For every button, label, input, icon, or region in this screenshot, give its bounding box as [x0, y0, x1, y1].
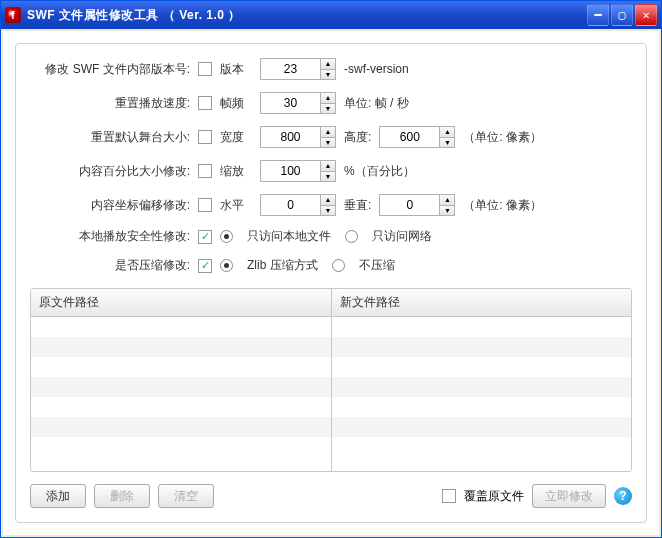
input-version[interactable]	[260, 58, 320, 80]
footer: 添加 删除 清空 覆盖原文件 立即修改 ?	[30, 484, 632, 508]
table-row	[332, 357, 632, 377]
table-row	[332, 397, 632, 417]
field-label-framerate: 帧频	[220, 95, 252, 112]
table-row	[332, 377, 632, 397]
window-buttons: ━ ▢ ✕	[587, 4, 657, 26]
label-security: 本地播放安全性修改:	[30, 228, 190, 245]
apply-button[interactable]: 立即修改	[532, 484, 606, 508]
clear-button[interactable]: 清空	[158, 484, 214, 508]
table-row	[31, 377, 331, 397]
input-height[interactable]	[379, 126, 439, 148]
spin-up-icon[interactable]: ▲	[321, 161, 335, 172]
suffix-scale: %（百分比）	[344, 163, 415, 180]
spin-up-icon[interactable]: ▲	[440, 195, 454, 206]
radio-local[interactable]	[220, 230, 233, 243]
maximize-button[interactable]: ▢	[611, 4, 633, 26]
grid-header-source[interactable]: 原文件路径	[31, 289, 331, 317]
radio-label-none: 不压缩	[359, 257, 395, 274]
checkbox-stage[interactable]	[198, 130, 212, 144]
spin-down-icon[interactable]: ▼	[321, 206, 335, 216]
table-row	[31, 357, 331, 377]
grid-col-dest: 新文件路径	[332, 289, 632, 471]
grid-body-dest[interactable]	[332, 317, 632, 471]
radio-label-zlib: Zlib 压缩方式	[247, 257, 318, 274]
app-icon: f	[5, 7, 21, 23]
row-compress: 是否压缩修改: Zlib 压缩方式 不压缩	[30, 257, 632, 274]
input-width[interactable]	[260, 126, 320, 148]
label-version: 修改 SWF 文件内部版本号:	[30, 61, 190, 78]
spin-down-icon[interactable]: ▼	[321, 70, 335, 80]
spinner-height[interactable]: ▲▼	[379, 126, 455, 148]
field-label-width: 宽度	[220, 129, 252, 146]
spin-up-icon[interactable]: ▲	[440, 127, 454, 138]
field-label-height: 高度:	[344, 129, 371, 146]
radio-label-local: 只访问本地文件	[247, 228, 331, 245]
suffix-offset: （单位: 像素）	[463, 197, 542, 214]
input-horizontal[interactable]	[260, 194, 320, 216]
content-area: 修改 SWF 文件内部版本号: 版本 ▲▼ -swf-version 重置播放速…	[3, 31, 659, 535]
delete-button[interactable]: 删除	[94, 484, 150, 508]
spin-up-icon[interactable]: ▲	[321, 59, 335, 70]
checkbox-scale[interactable]	[198, 164, 212, 178]
radio-group-security: 只访问本地文件 只访问网络	[220, 228, 432, 245]
radio-zlib[interactable]	[220, 259, 233, 272]
checkbox-overwrite[interactable]	[442, 489, 456, 503]
radio-network[interactable]	[345, 230, 358, 243]
spinner-framerate[interactable]: ▲▼	[260, 92, 336, 114]
add-button[interactable]: 添加	[30, 484, 86, 508]
table-row	[332, 417, 632, 437]
checkbox-version[interactable]	[198, 62, 212, 76]
row-version: 修改 SWF 文件内部版本号: 版本 ▲▼ -swf-version	[30, 58, 632, 80]
spin-up-icon[interactable]: ▲	[321, 195, 335, 206]
spin-up-icon[interactable]: ▲	[321, 93, 335, 104]
row-scale: 内容百分比大小修改: 缩放 ▲▼ %（百分比）	[30, 160, 632, 182]
radio-label-network: 只访问网络	[372, 228, 432, 245]
grid-body-source[interactable]	[31, 317, 331, 471]
table-row	[31, 397, 331, 417]
spinner-version[interactable]: ▲▼	[260, 58, 336, 80]
grid-header-dest[interactable]: 新文件路径	[332, 289, 632, 317]
minimize-button[interactable]: ━	[587, 4, 609, 26]
field-label-vertical: 垂直:	[344, 197, 371, 214]
radio-none[interactable]	[332, 259, 345, 272]
spin-down-icon[interactable]: ▼	[321, 104, 335, 114]
titlebar: f SWF 文件属性修改工具 （ Ver. 1.0 ） ━ ▢ ✕	[1, 1, 661, 29]
spin-down-icon[interactable]: ▼	[321, 138, 335, 148]
suffix-stage: （单位: 像素）	[463, 129, 542, 146]
suffix-version: -swf-version	[344, 62, 409, 76]
radio-group-compress: Zlib 压缩方式 不压缩	[220, 257, 395, 274]
file-grid: 原文件路径 新文件路径	[30, 288, 632, 472]
spinner-vertical[interactable]: ▲▼	[379, 194, 455, 216]
table-row	[31, 317, 331, 337]
close-button[interactable]: ✕	[635, 4, 657, 26]
spinner-horizontal[interactable]: ▲▼	[260, 194, 336, 216]
suffix-framerate: 单位: 帧 / 秒	[344, 95, 409, 112]
checkbox-compress[interactable]	[198, 259, 212, 273]
checkbox-offset[interactable]	[198, 198, 212, 212]
label-overwrite: 覆盖原文件	[464, 488, 524, 505]
spin-down-icon[interactable]: ▼	[321, 172, 335, 182]
spinner-width[interactable]: ▲▼	[260, 126, 336, 148]
spinner-scale[interactable]: ▲▼	[260, 160, 336, 182]
checkbox-security[interactable]	[198, 230, 212, 244]
spin-up-icon[interactable]: ▲	[321, 127, 335, 138]
help-icon[interactable]: ?	[614, 487, 632, 505]
row-stage: 重置默认舞台大小: 宽度 ▲▼ 高度: ▲▼ （单位: 像素）	[30, 126, 632, 148]
checkbox-framerate[interactable]	[198, 96, 212, 110]
row-offset: 内容坐标偏移修改: 水平 ▲▼ 垂直: ▲▼ （单位: 像素）	[30, 194, 632, 216]
input-scale[interactable]	[260, 160, 320, 182]
window-title: SWF 文件属性修改工具 （ Ver. 1.0 ）	[27, 7, 587, 24]
field-label-version: 版本	[220, 61, 252, 78]
grid-col-source: 原文件路径	[31, 289, 332, 471]
label-scale: 内容百分比大小修改:	[30, 163, 190, 180]
row-framerate: 重置播放速度: 帧频 ▲▼ 单位: 帧 / 秒	[30, 92, 632, 114]
label-framerate: 重置播放速度:	[30, 95, 190, 112]
input-vertical[interactable]	[379, 194, 439, 216]
input-framerate[interactable]	[260, 92, 320, 114]
table-row	[332, 317, 632, 337]
label-stage: 重置默认舞台大小:	[30, 129, 190, 146]
main-panel: 修改 SWF 文件内部版本号: 版本 ▲▼ -swf-version 重置播放速…	[15, 43, 647, 523]
spin-down-icon[interactable]: ▼	[440, 138, 454, 148]
spin-down-icon[interactable]: ▼	[440, 206, 454, 216]
field-label-horizontal: 水平	[220, 197, 252, 214]
